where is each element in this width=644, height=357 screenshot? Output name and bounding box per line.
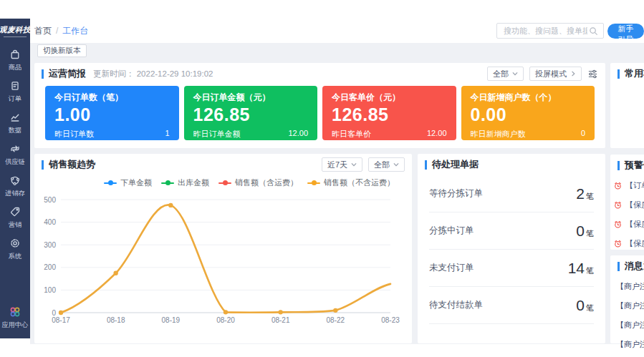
pending-documents-panel: 待处理单据 等待分拣订单 2笔 分拣中订单 0笔 未支付订单 14笔 待支付结款… bbox=[418, 154, 605, 343]
alarm-bell-icon bbox=[613, 220, 623, 229]
card-title: 今日新增商户数（个） bbox=[471, 92, 586, 104]
sidebar-item-label: 供应链 bbox=[5, 157, 25, 166]
sidebar-item-data[interactable]: 数据 bbox=[0, 107, 30, 139]
legend-label: 出库金额 bbox=[178, 177, 209, 188]
stat-card-today-avg-price[interactable]: 今日客单价（元） 126.85 昨日客单价12.00 bbox=[322, 86, 456, 140]
title-accent-bar bbox=[42, 160, 44, 170]
y-tick-label: 400 bbox=[44, 218, 56, 226]
sidebar-item-system[interactable]: 系统 bbox=[0, 233, 30, 265]
card-sub-label: 昨日新增商户数 bbox=[471, 129, 526, 140]
x-tick-label: 08-23 bbox=[381, 316, 400, 324]
legend-item-3[interactable]: 销售额（不含运费） bbox=[307, 177, 395, 188]
pending-row-sorting[interactable]: 分拣中订单 0笔 bbox=[429, 212, 594, 250]
tune-sliders-icon bbox=[587, 69, 598, 79]
sidebar-menu: 商品 订单 数据 供应链 进销存 营销 bbox=[0, 44, 30, 265]
title-accent-bar bbox=[42, 69, 44, 79]
search-input[interactable] bbox=[502, 26, 589, 36]
sidebar-item-label: 商品 bbox=[9, 62, 21, 72]
alert-item[interactable]: 【保质期 bbox=[610, 195, 644, 215]
title-accent-bar bbox=[617, 262, 620, 271]
trend-line bbox=[61, 205, 390, 313]
breadcrumb-current[interactable]: 工作台 bbox=[62, 25, 88, 37]
x-tick-label: 08-22 bbox=[327, 316, 345, 324]
warning-info-header: 预警信息 bbox=[610, 155, 644, 176]
pending-label: 等待分拣订单 bbox=[429, 187, 483, 200]
sidebar-item-label: 系统 bbox=[9, 251, 21, 260]
title-accent-bar bbox=[617, 161, 620, 170]
legend-label: 销售额（不含运费） bbox=[324, 177, 395, 188]
pending-value: 2 bbox=[576, 185, 585, 202]
sidebar-item-marketing[interactable]: 营销 bbox=[0, 202, 30, 233]
goods-bag-icon bbox=[9, 49, 21, 60]
alert-label: 【保质期 bbox=[625, 238, 644, 249]
legend-item-2[interactable]: 销售额（含运费） bbox=[218, 177, 298, 188]
select-value: 近7天 bbox=[327, 160, 347, 170]
system-gear-icon bbox=[9, 238, 21, 249]
card-value: 1.00 bbox=[54, 104, 170, 125]
pending-value: 0 bbox=[576, 297, 585, 313]
card-value: 126.85 bbox=[332, 104, 447, 125]
app-center-icon bbox=[9, 305, 21, 318]
notice-item[interactable]: 【商户注册】 bbox=[610, 316, 644, 335]
card-value: 126.85 bbox=[193, 104, 309, 125]
cast-mode-button[interactable]: 投屏模式 bbox=[529, 67, 582, 81]
search-icon[interactable] bbox=[589, 26, 598, 36]
y-tick-label: 300 bbox=[44, 241, 56, 249]
alarm-bell-icon bbox=[613, 200, 623, 210]
y-tick-label: 200 bbox=[44, 263, 56, 271]
data-point bbox=[278, 310, 282, 314]
notice-item[interactable]: 【商户注册】 bbox=[610, 277, 644, 296]
sidebar-item-orders[interactable]: 订单 bbox=[0, 76, 30, 107]
stat-card-today-order-amount[interactable]: 今日订单金额（元） 126.85 昨日订单金额12.00 bbox=[184, 86, 318, 140]
pending-value: 0 bbox=[576, 222, 585, 239]
stat-card-new-merchants[interactable]: 今日新增商户数（个） 0.00 昨日新增商户数0 bbox=[461, 86, 595, 140]
card-title: 今日订单数（笔） bbox=[54, 92, 170, 104]
legend-marker bbox=[218, 182, 231, 184]
stat-cards: 今日订单数（笔） 1.00 昨日订单数1 今日订单金额（元） 126.85 昨日… bbox=[34, 84, 605, 142]
operation-brief-header: 运营简报 更新时间： 2022-12-29 10:19:02 全部 投屏模式 bbox=[34, 63, 605, 84]
alarm-bell-icon bbox=[613, 181, 623, 190]
brief-scope-select[interactable]: 全部 bbox=[487, 67, 524, 81]
notice-item[interactable]: 【商户注册】 bbox=[610, 335, 644, 354]
title-accent-bar bbox=[425, 160, 427, 170]
alert-item[interactable]: 【保质期 bbox=[610, 234, 644, 253]
y-tick-label: 0 bbox=[52, 309, 56, 317]
trend-range-select[interactable]: 近7天 bbox=[322, 157, 362, 172]
sidebar-item-label: 进销存 bbox=[5, 188, 25, 197]
x-tick-label: 08-17 bbox=[52, 316, 70, 324]
stat-card-today-orders[interactable]: 今日订单数（笔） 1.00 昨日订单数1 bbox=[45, 86, 179, 140]
chevron-right-icon bbox=[570, 71, 576, 77]
pending-unit: 笔 bbox=[586, 266, 594, 275]
sidebar-item-inventory[interactable]: 进销存 bbox=[0, 170, 30, 202]
alert-item[interactable]: 【保质期 bbox=[610, 215, 644, 234]
alert-label: 【保质期 bbox=[625, 219, 644, 230]
sidebar-item-supply-chain[interactable]: 供应链 bbox=[0, 139, 30, 170]
brand-logo: 观麦科技 bbox=[0, 25, 31, 35]
trend-scope-select[interactable]: 全部 bbox=[368, 157, 405, 172]
breadcrumb-separator: / bbox=[56, 26, 58, 36]
pending-row-awaiting-sorting[interactable]: 等待分拣订单 2笔 bbox=[429, 175, 594, 212]
card-sub-label: 昨日订单数 bbox=[54, 129, 94, 140]
card-sub-value: 12.00 bbox=[427, 129, 447, 140]
switch-version-button[interactable]: 切换新版本 bbox=[37, 44, 87, 57]
sidebar-item-goods[interactable]: 商品 bbox=[0, 44, 30, 76]
card-title: 今日订单金额（元） bbox=[193, 92, 309, 104]
breadcrumb: 首页 / 工作台 bbox=[34, 19, 88, 43]
newbie-guide-button[interactable]: 新手引导 bbox=[607, 24, 644, 39]
pending-documents-header: 待处理单据 bbox=[418, 154, 605, 175]
sidebar-item-app-center[interactable]: 应用中心 bbox=[0, 305, 30, 330]
legend-item-0[interactable]: 下单金额 bbox=[104, 177, 152, 188]
pending-row-unpaid-orders[interactable]: 未支付订单 14笔 bbox=[429, 250, 594, 287]
breadcrumb-home[interactable]: 首页 bbox=[34, 25, 52, 37]
brief-settings-button[interactable] bbox=[587, 69, 598, 79]
card-sub-value: 12.00 bbox=[288, 129, 308, 140]
pending-row-unpaid-settlement[interactable]: 待支付结款单 0笔 bbox=[429, 287, 594, 324]
notice-item[interactable]: 【商户注册】 bbox=[610, 296, 644, 316]
card-sub-label: 昨日客单价 bbox=[332, 129, 371, 140]
sidebar-item-label: 订单 bbox=[9, 94, 21, 103]
alert-item[interactable]: 【订单】 bbox=[610, 176, 644, 195]
button-label: 投屏模式 bbox=[535, 69, 567, 79]
alert-label: 【保质期 bbox=[625, 200, 644, 210]
data-point bbox=[113, 271, 117, 275]
legend-item-1[interactable]: 出库金额 bbox=[161, 177, 209, 188]
